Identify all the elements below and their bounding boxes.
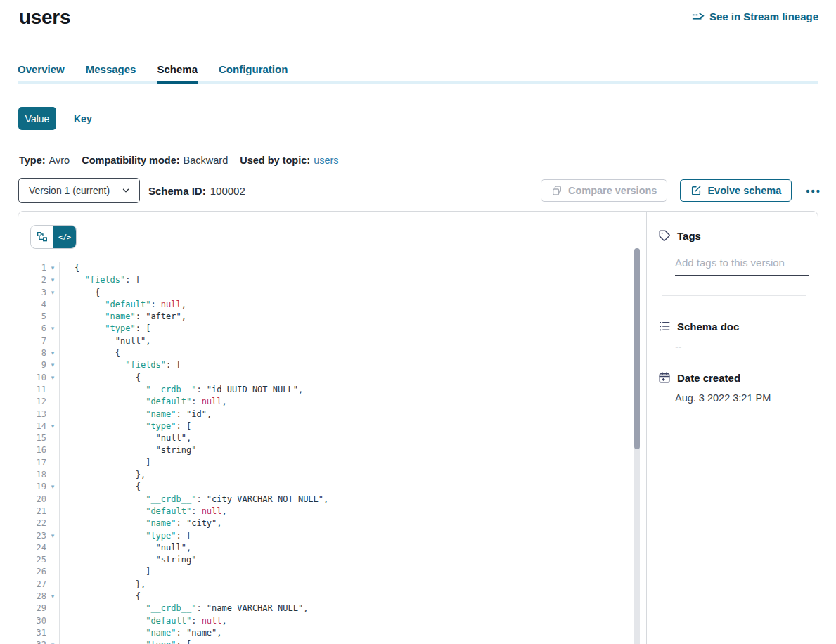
line-number: 6 — [18, 323, 46, 335]
line-number: 4 — [18, 299, 46, 311]
calendar-icon — [658, 371, 671, 384]
version-actions: Compare versions Evolve schema ••• — [541, 179, 823, 202]
schema-panel: </> 1▾{2▾ "fields": [3▾ {4 "default": nu… — [18, 211, 818, 644]
line-number: 14 — [18, 420, 46, 432]
stream-lineage-link[interactable]: See in Stream lineage — [692, 11, 818, 22]
code-text: }, — [59, 579, 146, 591]
fold-toggle-icon[interactable]: ▾ — [46, 639, 59, 644]
fold-spacer — [46, 517, 59, 529]
version-bar: Version 1 (current) Schema ID: 100002 Co… — [18, 178, 823, 203]
fold-toggle-icon[interactable]: ▾ — [46, 287, 59, 299]
code-line: 18 }, — [18, 469, 648, 481]
date-created-value: Aug. 3 2022 3:21 PM — [675, 392, 818, 404]
compatibility-label: Compatibility mode: — [82, 155, 179, 166]
tab-schema[interactable]: Schema — [157, 63, 198, 84]
code-text: { — [59, 481, 141, 493]
tag-icon — [658, 229, 671, 242]
code-line: 21 "default": null, — [18, 505, 648, 517]
code-line: 2▾ "fields": [ — [18, 274, 648, 286]
line-number: 32 — [18, 639, 46, 644]
sidebar-divider — [662, 295, 806, 296]
line-number: 7 — [18, 335, 46, 347]
tags-heading: Tags — [677, 230, 701, 242]
fold-toggle-icon[interactable]: ▾ — [46, 323, 59, 335]
fold-spacer — [46, 542, 59, 554]
line-number: 26 — [18, 566, 46, 578]
value-toggle-button[interactable]: Value — [18, 107, 56, 130]
code-text: }, — [59, 469, 146, 481]
code-text: "fields": [ — [59, 359, 181, 371]
fold-toggle-icon[interactable]: ▾ — [46, 481, 59, 493]
line-number: 19 — [18, 481, 46, 493]
code-text: { — [59, 262, 79, 274]
topic-link[interactable]: users — [314, 155, 338, 166]
fold-toggle-icon[interactable]: ▾ — [46, 372, 59, 384]
code-line: 25 "string" — [18, 554, 648, 566]
stream-lineage-icon — [692, 12, 705, 22]
line-number: 16 — [18, 444, 46, 456]
code-text: ] — [59, 566, 150, 578]
tab-messages[interactable]: Messages — [86, 63, 136, 84]
fold-spacer — [46, 627, 59, 639]
code-text: "string" — [59, 554, 196, 566]
code-view-button[interactable]: </> — [53, 226, 76, 248]
line-number: 23 — [18, 530, 46, 542]
tab-configuration[interactable]: Configuration — [219, 63, 288, 84]
code-line: 11 "__crdb__": "id UUID NOT NULL", — [18, 384, 648, 396]
type-value: Avro — [49, 155, 70, 166]
fold-toggle-icon[interactable]: ▾ — [46, 591, 59, 603]
code-line: 22 "name": "city", — [18, 517, 648, 529]
fold-spacer — [46, 505, 59, 517]
fold-spacer — [46, 457, 59, 469]
code-text: "null", — [59, 335, 150, 347]
schema-doc-heading: Schema doc — [677, 321, 739, 333]
editor-scrollbar-thumb[interactable] — [634, 248, 640, 449]
code-line: 20 "__crdb__": "city VARCHAR NOT NULL", — [18, 494, 648, 505]
fold-toggle-icon[interactable]: ▾ — [46, 347, 59, 359]
version-select[interactable]: Version 1 (current) — [18, 178, 140, 203]
chevron-down-icon — [121, 186, 131, 195]
fold-spacer — [46, 396, 59, 408]
schema-code-editor[interactable]: 1▾{2▾ "fields": [3▾ {4 "default": null,5… — [18, 248, 648, 644]
fold-toggle-icon[interactable]: ▾ — [46, 274, 59, 286]
tree-view-button[interactable] — [31, 226, 53, 248]
line-number: 28 — [18, 591, 46, 603]
schema-sidebar: Tags Add tags to this version Schema doc… — [646, 212, 818, 644]
date-created-heading: Date created — [677, 372, 740, 384]
key-toggle-button[interactable]: Key — [74, 113, 92, 124]
fold-spacer — [46, 469, 59, 481]
code-line: 31 "name": "name", — [18, 627, 648, 639]
code-text: "type": [ — [59, 639, 191, 644]
fold-spacer — [46, 615, 59, 627]
doc-list-icon — [658, 320, 671, 333]
schema-doc-section-heading: Schema doc — [647, 320, 818, 333]
line-number: 21 — [18, 505, 46, 517]
fold-spacer — [46, 384, 59, 396]
line-number: 29 — [18, 603, 46, 614]
fold-spacer — [46, 603, 59, 614]
code-text: { — [59, 287, 100, 299]
fold-toggle-icon[interactable]: ▾ — [46, 530, 59, 542]
code-text: "null", — [59, 542, 191, 554]
tree-view-icon — [37, 231, 48, 243]
evolve-schema-button[interactable]: Evolve schema — [680, 179, 792, 202]
code-line: 32▾ "type": [ — [18, 639, 648, 644]
code-text: { — [59, 372, 141, 384]
compare-icon — [551, 185, 562, 196]
fold-toggle-icon[interactable]: ▾ — [46, 359, 59, 371]
tags-input[interactable]: Add tags to this version — [675, 257, 809, 276]
more-options-button[interactable]: ••• — [804, 185, 823, 197]
fold-spacer — [46, 335, 59, 347]
tab-overview[interactable]: Overview — [18, 63, 65, 84]
fold-toggle-icon[interactable]: ▾ — [46, 420, 59, 432]
editor-scrollbar-track[interactable] — [634, 248, 640, 644]
code-line: 15 "null", — [18, 432, 648, 444]
fold-toggle-icon[interactable]: ▾ — [46, 262, 59, 274]
fold-spacer — [46, 311, 59, 323]
line-number: 17 — [18, 457, 46, 469]
code-line: 17 ] — [18, 457, 648, 469]
code-text: "type": [ — [59, 530, 191, 542]
code-line: 1▾{ — [18, 262, 648, 274]
compare-versions-button[interactable]: Compare versions — [541, 179, 668, 202]
code-line: 8▾ { — [18, 347, 648, 359]
